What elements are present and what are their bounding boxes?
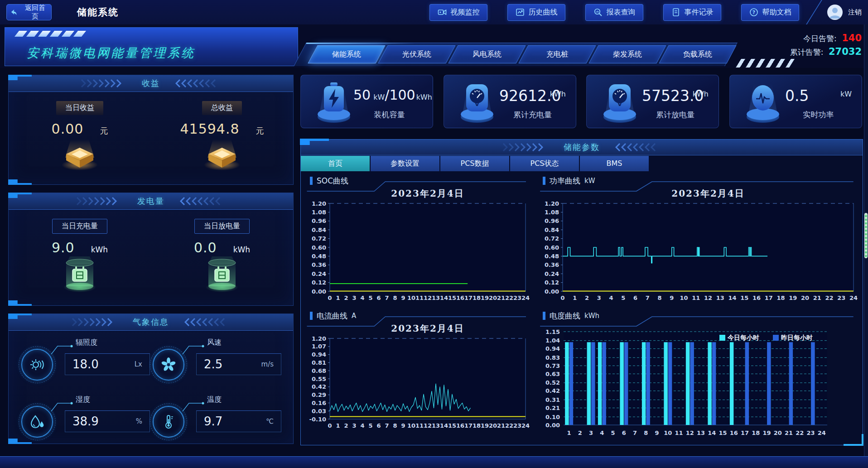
svg-text:1: 1: [336, 294, 340, 301]
svg-text:18: 18: [473, 294, 481, 301]
tab-wind-system[interactable]: 风电系统: [448, 45, 526, 63]
svg-text:13: 13: [432, 294, 440, 301]
alert-total-row: 累计告警: 27032: [790, 45, 862, 59]
weather-panel: 气象信息: [8, 314, 294, 444]
svg-text:6: 6: [622, 429, 626, 436]
svg-text:-0.10: -0.10: [309, 416, 326, 423]
humidity-drop-icon: [21, 406, 53, 438]
svg-text:23: 23: [837, 294, 845, 301]
scrollbar-thumb[interactable]: [864, 213, 868, 258]
svg-text:23: 23: [513, 294, 521, 301]
svg-text:15: 15: [719, 429, 727, 436]
green-calendar-icon: [203, 256, 241, 294]
svg-text:19: 19: [763, 429, 771, 436]
generation-panel-title: 发电量: [137, 196, 164, 207]
tab-energy-storage[interactable]: 储能系统: [308, 45, 385, 63]
humidity-unit: %: [136, 417, 142, 425]
svg-text:1.04: 1.04: [545, 337, 560, 344]
svg-text:0.84: 0.84: [312, 227, 326, 233]
tab-charging-pile[interactable]: 充电桩: [518, 45, 596, 63]
svg-text:20: 20: [489, 422, 497, 429]
soc-chart: 0.000.120.240.360.480.600.720.840.961.08…: [304, 200, 531, 303]
svg-text:0.31: 0.31: [545, 396, 560, 403]
svg-text:1.20: 1.20: [312, 200, 326, 207]
svg-text:6: 6: [376, 422, 381, 429]
svg-text:19: 19: [481, 422, 489, 429]
chevron-right-decoration: [72, 318, 117, 326]
svg-text:20: 20: [489, 294, 497, 301]
svg-text:0.68: 0.68: [312, 367, 326, 374]
svg-text:21: 21: [497, 422, 505, 429]
svg-text:21: 21: [785, 429, 793, 436]
logout-link[interactable]: 注销: [848, 8, 862, 17]
daily-income-value: 0.00: [52, 121, 84, 137]
svg-text:0: 0: [328, 422, 332, 429]
irradiance-value-box: 18.0 Lx: [65, 353, 150, 375]
irradiance-cell: 辐照度 18.0 Lx: [19, 337, 151, 387]
svg-text:11: 11: [415, 422, 424, 429]
svg-text:24: 24: [818, 429, 826, 436]
svg-text:10: 10: [680, 294, 688, 301]
svg-text:2: 2: [578, 429, 582, 436]
svg-text:0.60: 0.60: [545, 244, 559, 251]
tab-param-settings[interactable]: 参数设置: [371, 156, 439, 171]
svg-text:今日每小时: 今日每小时: [727, 334, 759, 341]
svg-text:18: 18: [473, 422, 481, 429]
svg-text:10: 10: [407, 294, 415, 301]
navbar-actions: 视频监控 历史曲线 报表查询: [429, 4, 799, 21]
svg-text:11: 11: [675, 429, 683, 436]
svg-text:23: 23: [807, 429, 815, 436]
gold-box-icon: [58, 137, 101, 172]
tab-pv-system[interactable]: 光伏系统: [378, 45, 455, 63]
video-icon: [438, 8, 447, 17]
nav-button-label: 历史曲线: [529, 8, 558, 17]
tab-bms[interactable]: BMS: [580, 156, 649, 171]
green-calendar-icon: [60, 256, 99, 294]
help-docs-button[interactable]: ? 帮助文档: [741, 4, 799, 21]
soc-chart-title: SOC曲线: [317, 176, 348, 186]
back-home-button[interactable]: 返回首页: [6, 4, 52, 20]
weather-panel-title: 气象信息: [133, 317, 169, 328]
wind-speed-label: 风速: [207, 338, 222, 347]
svg-text:9: 9: [655, 429, 659, 436]
history-curve-button[interactable]: 历史曲线: [507, 4, 565, 21]
svg-text:0.16: 0.16: [312, 400, 326, 406]
chevron-left-decoration: [175, 79, 221, 87]
user-avatar-icon[interactable]: [827, 5, 843, 20]
nav-button-label: 帮助文档: [762, 8, 791, 17]
svg-text:22: 22: [505, 422, 513, 429]
svg-text:12: 12: [686, 429, 694, 436]
svg-text:0: 0: [328, 294, 332, 301]
svg-text:13: 13: [432, 422, 440, 429]
nav-button-label: 视频监控: [451, 8, 480, 17]
total-income-label: 总收益: [202, 101, 242, 115]
event-log-button[interactable]: 事件记录: [663, 4, 721, 21]
svg-text:0.36: 0.36: [312, 261, 326, 268]
daily-income-unit: 元: [100, 125, 108, 136]
tab-home[interactable]: 首页: [301, 156, 370, 171]
video-monitor-button[interactable]: 视频监控: [429, 4, 487, 21]
page-scrollbar[interactable]: [864, 24, 868, 456]
chart-accent-bar: [310, 312, 313, 320]
report-query-button[interactable]: 报表查询: [585, 4, 643, 21]
svg-text:8: 8: [657, 294, 661, 301]
tab-load-system[interactable]: 负载系统: [659, 45, 736, 63]
svg-text:V: V: [617, 101, 622, 107]
tab-diesel-system[interactable]: 柴发系统: [588, 45, 666, 63]
daily-discharge-label: 当日放电量: [194, 219, 250, 234]
tab-pcs-status[interactable]: PCS状态: [510, 156, 579, 171]
svg-text:22: 22: [825, 294, 833, 301]
temperature-value: 9.7: [204, 415, 222, 428]
header-band: 安科瑞微电网能量管理系统 储能系统 光伏系统 风电系统 充电桩 柴发系统 负载系…: [0, 24, 868, 68]
svg-text:8: 8: [393, 294, 397, 301]
svg-text:18: 18: [776, 294, 785, 301]
svg-text:4: 4: [360, 294, 364, 301]
svg-text:15: 15: [448, 294, 456, 301]
svg-text:0.12: 0.12: [312, 279, 326, 286]
svg-text:21: 21: [497, 294, 505, 301]
wind-speed-cell: 风速 2.5 m/s: [151, 337, 282, 387]
svg-text:5: 5: [611, 429, 615, 436]
svg-text:5: 5: [368, 294, 372, 301]
tab-pcs-data[interactable]: PCS数据: [440, 156, 509, 171]
svg-text:3: 3: [597, 294, 601, 301]
